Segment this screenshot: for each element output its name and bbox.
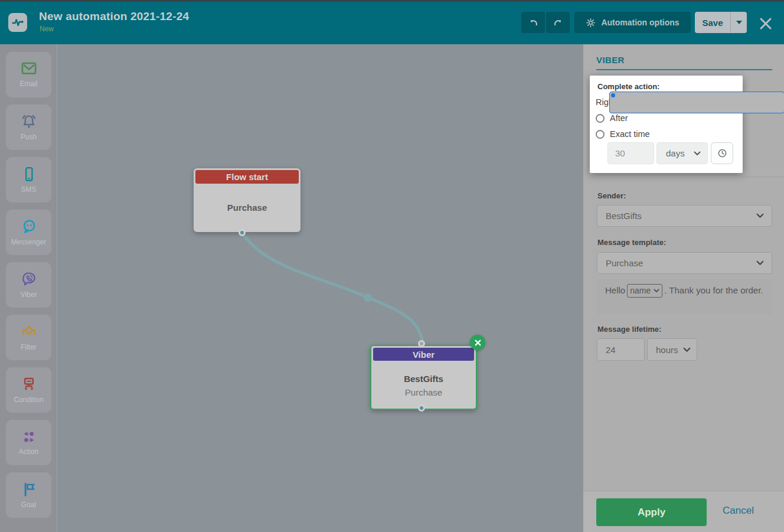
complete-action-label: Complete action: (597, 82, 659, 91)
palette-item-push[interactable]: Push (6, 105, 51, 150)
envelope-icon (21, 61, 37, 77)
header-bar: New automation 2021-12-24 New Automation… (0, 2, 784, 44)
viber-output-port[interactable] (418, 404, 425, 412)
palette-label: Filter (21, 343, 37, 351)
sender-label: Sender: (597, 191, 626, 200)
save-split-button: Save (695, 12, 747, 33)
delay-value-input[interactable] (607, 142, 654, 164)
lifetime-value-input[interactable] (597, 338, 645, 361)
action-icon (21, 429, 37, 445)
save-dropdown-button[interactable] (730, 12, 747, 33)
automation-editor: New automation 2021-12-24 New Automation… (0, 0, 784, 532)
palette-label: Goal (21, 501, 36, 509)
bell-icon (20, 113, 38, 130)
caret-down-icon (736, 21, 742, 24)
viber-icon (21, 271, 37, 288)
chevron-down-icon (756, 260, 764, 266)
close-icon (759, 17, 773, 31)
chevron-down-icon (683, 347, 691, 353)
panel-heading: VIBER (596, 55, 625, 65)
message-preview: Helloname. Thank you for the order. (597, 279, 772, 315)
sender-value: BestGifts (606, 211, 642, 221)
palette-label: Viber (21, 291, 37, 299)
palette-label: Messenger (11, 238, 46, 246)
delay-unit-select[interactable]: days (656, 142, 708, 164)
close-editor-button[interactable] (758, 17, 773, 32)
section-divider (595, 177, 784, 177)
node-close-x-icon (475, 340, 481, 346)
palette-item-email[interactable]: Email (6, 52, 51, 97)
message-template-label: Message template: (597, 238, 666, 247)
messenger-icon (21, 218, 37, 235)
message-template-select[interactable]: Purchase (597, 252, 772, 274)
preview-text-before: Hello (605, 285, 625, 295)
palette-item-action[interactable]: Action (6, 420, 51, 465)
radio-label: Exact time (610, 129, 650, 139)
flow-start-node-event: Purchase (194, 203, 300, 213)
apply-button[interactable]: Apply (596, 498, 707, 526)
palette-label: SMS (21, 185, 36, 194)
pulse-icon (11, 15, 25, 30)
palette-label: Email (19, 80, 37, 88)
viber-input-port[interactable] (418, 340, 425, 347)
chevron-down-icon (694, 151, 701, 156)
chevron-down-icon (756, 213, 764, 218)
palette-item-viber[interactable]: Viber (6, 262, 51, 308)
chevron-down-icon (654, 289, 659, 293)
palette-item-messenger[interactable]: Messenger (6, 210, 51, 255)
palette-item-condition[interactable]: Condition (6, 367, 51, 413)
condition-icon (20, 376, 38, 393)
palette-label: Condition (14, 396, 44, 404)
automation-options-label: Automation options (601, 18, 679, 27)
palette-label: Push (21, 133, 37, 141)
delete-viber-node-button[interactable] (470, 335, 485, 350)
automation-status: New (40, 25, 54, 33)
palette-item-sms[interactable]: SMS (6, 157, 51, 203)
preview-text-after: . Thank you for the order. (664, 285, 763, 295)
radio-right-away[interactable]: Right away (596, 97, 638, 107)
radio-icon[interactable] (596, 114, 605, 123)
cancel-button[interactable]: Cancel (723, 505, 754, 517)
complete-action-card: Complete action: Right away After Exact … (590, 76, 743, 173)
panel-footer: Apply Cancel (583, 491, 784, 532)
save-button[interactable]: Save (695, 12, 730, 33)
undo-button[interactable] (521, 12, 545, 33)
app-logo (8, 13, 27, 32)
schedule-time-button[interactable] (711, 142, 733, 164)
radio-exact-time[interactable]: Exact time (596, 129, 650, 139)
redo-button[interactable] (546, 12, 570, 33)
viber-node-selected[interactable]: Viber BestGifts Purchase (370, 345, 477, 410)
redo-icon (553, 17, 564, 28)
flow-start-node-title: Flow start (195, 170, 299, 184)
variable-select[interactable]: name (627, 284, 662, 298)
palette-item-goal[interactable]: Goal (6, 472, 51, 518)
message-template-value: Purchase (606, 258, 643, 268)
connector-handle (364, 293, 372, 302)
radio-label: After (610, 113, 628, 123)
heading-underline (596, 69, 772, 70)
flow-start-output-port[interactable] (239, 229, 246, 236)
automation-title: New automation 2021-12-24 (39, 10, 189, 23)
phone-icon (21, 166, 37, 182)
viber-node-sender: BestGifts (371, 374, 476, 384)
lifetime-unit-value: hours (656, 345, 678, 355)
automation-options-button[interactable]: Automation options (574, 12, 691, 33)
palette-item-filter[interactable]: Filter (6, 315, 51, 360)
viber-node-template: Purchase (371, 387, 476, 397)
flow-start-node[interactable]: Flow start Purchase (194, 168, 300, 232)
lifetime-unit-select[interactable]: hours (647, 338, 697, 361)
radio-selected-icon[interactable] (609, 92, 784, 113)
sender-select[interactable]: BestGifts (597, 205, 772, 227)
message-lifetime-label: Message lifetime: (597, 325, 661, 334)
goal-flag-icon (21, 481, 37, 498)
undo-icon (528, 17, 539, 28)
clock-icon (717, 148, 727, 158)
radio-after[interactable]: After (596, 113, 628, 123)
viber-node-title: Viber (373, 348, 474, 361)
filter-icon (20, 324, 38, 340)
gear-icon (586, 18, 596, 28)
delay-unit-value: days (666, 148, 685, 158)
radio-icon[interactable] (596, 130, 605, 139)
variable-value: name (630, 285, 651, 297)
block-palette: Email Push SMS Messenger (0, 44, 57, 532)
